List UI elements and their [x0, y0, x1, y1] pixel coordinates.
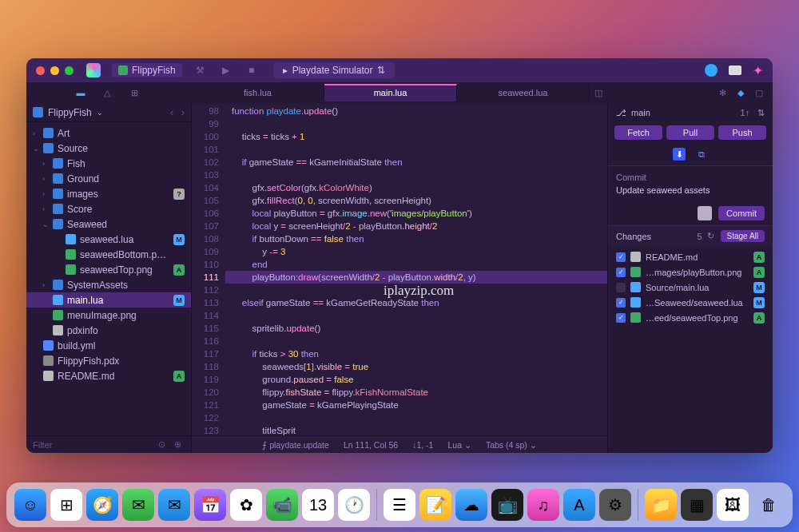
preview-icon[interactable]: [705, 64, 718, 77]
project-badge[interactable]: FlippyFish: [112, 63, 182, 77]
snowflake-icon[interactable]: ✻: [719, 88, 726, 98]
dock-app-icon[interactable]: 📁: [645, 489, 677, 521]
dock-app-icon[interactable]: ✉: [158, 489, 190, 521]
project-name: FlippyFish: [132, 65, 176, 76]
change-row[interactable]: Source/main.luaM: [608, 280, 773, 295]
macos-dock: ☺⊞🧭✉✉📅✿📹13🕐☰📝☁📺♫A⚙📁▦🖼🗑: [6, 482, 793, 527]
tree-row[interactable]: build.yml: [26, 338, 191, 353]
fetch-button[interactable]: Fetch: [614, 125, 662, 140]
simulator-name: Playdate Simulator: [292, 65, 373, 76]
stash-icon[interactable]: ⧉: [695, 148, 708, 161]
stop-icon[interactable]: ■: [244, 65, 259, 76]
change-row[interactable]: ✓…mages/playButton.pngA: [608, 264, 773, 280]
tree-row[interactable]: pdxinfo: [26, 323, 191, 338]
dock-app-icon[interactable]: 📺: [491, 489, 523, 521]
tree-row[interactable]: menuImage.png: [26, 308, 191, 323]
refresh-icon[interactable]: ↻: [707, 231, 714, 241]
branch-row[interactable]: ⎇ main 1↑ ⇅: [608, 103, 773, 122]
tree-row[interactable]: ›images?: [26, 186, 191, 201]
editor-tab[interactable]: fish.lua: [192, 84, 324, 101]
tree-row[interactable]: main.luaM: [26, 292, 191, 308]
branch-icon: ⎇: [616, 108, 626, 118]
sparkle-icon[interactable]: ✦: [753, 63, 763, 78]
simulator-select[interactable]: ▸ Playdate Simulator ⇅: [273, 62, 396, 78]
dock-app-icon[interactable]: 📹: [266, 489, 298, 521]
avatar[interactable]: [698, 206, 712, 220]
nav-forward-icon[interactable]: ›: [181, 107, 185, 118]
tree-row[interactable]: seaweedTop.pngA: [26, 262, 191, 277]
dock-app-icon[interactable]: ☺: [14, 489, 46, 521]
tree-row[interactable]: ›SystemAssets: [26, 277, 191, 292]
breadcrumb[interactable]: FlippyFish ⌄ ‹ ›: [26, 103, 191, 122]
status-language[interactable]: Lua ⌄: [447, 440, 471, 450]
editor-tab[interactable]: seaweed.lua: [457, 84, 590, 101]
split-editor-icon[interactable]: ◫: [590, 88, 607, 98]
close-window-button[interactable]: [36, 66, 45, 75]
editor-tab[interactable]: main.lua: [324, 84, 457, 101]
dock-app-icon[interactable]: 📝: [419, 489, 451, 521]
stash-down-icon[interactable]: ⬇: [673, 148, 686, 161]
tree-row[interactable]: ›Fish: [26, 156, 191, 171]
status-symbol[interactable]: ⨍ playdate.update: [262, 440, 329, 450]
chevron-updown-icon: ⇅: [377, 65, 385, 76]
dock-app-icon[interactable]: ⊞: [50, 489, 82, 521]
filter-bar[interactable]: Filter ⊙ ⊕: [26, 435, 191, 453]
status-encoding[interactable]: ↓1, -1: [412, 440, 433, 450]
folder-mode-icon[interactable]: ▬: [77, 88, 88, 97]
code-editor[interactable]: 9899100101102103104105106107108109110111…: [192, 103, 607, 453]
branch-name: main: [631, 108, 650, 117]
dock-app-icon[interactable]: ♫: [527, 489, 559, 521]
diamond-icon[interactable]: ◆: [737, 88, 744, 98]
change-row[interactable]: ✓…eed/seaweedTop.pngA: [608, 310, 773, 325]
ide-window: FlippyFish ⚒ ▶ ■ ▸ Playdate Simulator ⇅ …: [26, 58, 773, 453]
dock-app-icon[interactable]: ✿: [230, 489, 262, 521]
hammer-icon[interactable]: ⚒: [193, 65, 208, 76]
dock-app-icon[interactable]: ☁: [455, 489, 487, 521]
change-row[interactable]: ✓README.mdA: [608, 249, 773, 264]
tree-row[interactable]: seaweedBottom.p…: [26, 247, 191, 262]
commit-button[interactable]: Commit: [718, 206, 765, 220]
change-row[interactable]: ✓…Seaweed/seaweed.luaM: [608, 295, 773, 310]
tree-row[interactable]: ⌄Source: [26, 141, 191, 156]
filter-label: Filter: [33, 440, 52, 450]
dock-app-icon[interactable]: ▦: [681, 489, 713, 521]
dock-app-icon[interactable]: A: [563, 489, 595, 521]
dock-app-icon[interactable]: 🗑: [753, 489, 785, 521]
nav-back-icon[interactable]: ‹: [170, 107, 173, 118]
commit-label: Commit: [616, 173, 765, 182]
commit-message-input[interactable]: Update seaweed assets: [616, 185, 765, 195]
play-icon[interactable]: ▶: [219, 65, 233, 76]
dock-app-icon[interactable]: 🖼: [717, 489, 749, 521]
pull-button[interactable]: Pull: [666, 125, 714, 140]
panels-icon[interactable]: [729, 66, 741, 75]
dock-app-icon[interactable]: ☰: [384, 489, 415, 521]
tree-row[interactable]: ›Art: [26, 125, 191, 141]
tree-row[interactable]: README.mdA: [26, 368, 191, 383]
dock-app-icon[interactable]: ✉: [122, 489, 154, 521]
grid-mode-icon[interactable]: ⊞: [131, 88, 142, 97]
dock-app-icon[interactable]: ⚙: [599, 489, 631, 521]
warning-mode-icon[interactable]: △: [104, 88, 115, 97]
tree-row[interactable]: ⌄Seaweed: [26, 216, 191, 232]
traffic-lights: [36, 66, 74, 75]
status-tabs[interactable]: Tabs (4 sp) ⌄: [486, 440, 537, 450]
tree-row[interactable]: ›Ground: [26, 171, 191, 186]
editor-tabs: fish.luamain.luaseaweed.lua: [192, 84, 590, 101]
zoom-window-button[interactable]: [65, 66, 74, 75]
square-icon[interactable]: ▢: [755, 88, 763, 98]
push-button[interactable]: Push: [718, 125, 766, 140]
stage-all-button[interactable]: Stage All: [721, 230, 765, 242]
dock-app-icon[interactable]: 🕐: [338, 489, 370, 521]
minimize-window-button[interactable]: [50, 66, 59, 75]
tree-row[interactable]: seaweed.luaM: [26, 232, 191, 247]
dock-app-icon[interactable]: 📅: [194, 489, 226, 521]
sidebar-mode-switcher: ▬ △ ⊞: [26, 88, 192, 97]
tree-row[interactable]: FlippyFish.pdx: [26, 353, 191, 368]
dock-app-icon[interactable]: 13: [302, 489, 334, 521]
status-position[interactable]: Ln 111, Col 56: [344, 440, 398, 450]
code-area[interactable]: function playdate.update() ticks = ticks…: [225, 103, 607, 435]
line-gutter: 9899100101102103104105106107108109110111…: [192, 103, 225, 435]
tree-row[interactable]: ›Score: [26, 201, 191, 216]
breadcrumb-label: FlippyFish: [48, 107, 92, 118]
dock-app-icon[interactable]: 🧭: [86, 489, 118, 521]
